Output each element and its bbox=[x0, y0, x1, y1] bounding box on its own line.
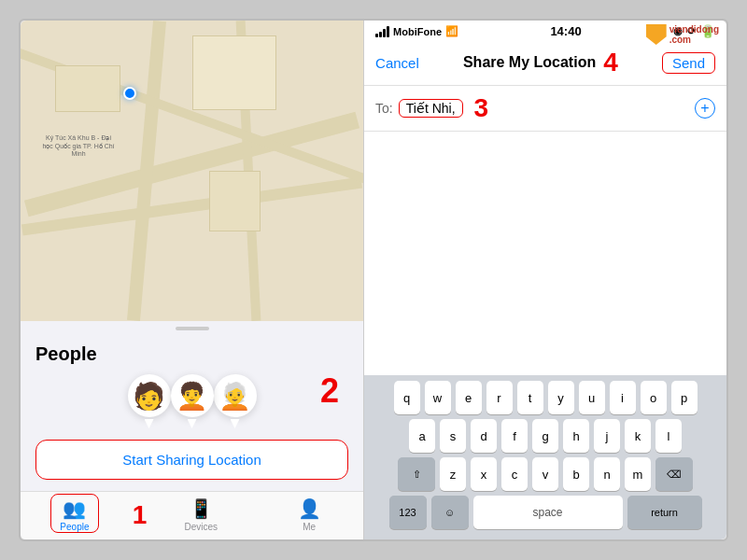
send-button[interactable]: Send bbox=[662, 52, 715, 74]
nav-bar: Cancel Share My Location 4 Send bbox=[364, 42, 726, 86]
key-x[interactable]: x bbox=[471, 457, 497, 491]
to-field: To: Tiết Nhi, 3 + bbox=[364, 86, 726, 132]
tab-devices[interactable]: 📱 Devices bbox=[147, 497, 255, 532]
key-c[interactable]: c bbox=[501, 457, 528, 491]
to-label: To: bbox=[375, 101, 393, 116]
map-label: Ký Túc Xá Khu B - Đại học Quốc gia TP. H… bbox=[41, 134, 116, 158]
key-shift[interactable]: ⇧ bbox=[398, 457, 435, 491]
key-y[interactable]: y bbox=[548, 381, 574, 414]
keyboard-row-3: ⇧ z x c v b n m ⌫ bbox=[366, 457, 725, 491]
key-space[interactable]: space bbox=[473, 496, 623, 529]
people-icon: 👥 bbox=[63, 497, 86, 520]
location-dot bbox=[123, 87, 136, 100]
carrier-name: MobiFone bbox=[393, 26, 442, 37]
signal-bar-3 bbox=[383, 29, 386, 37]
keyboard-row-2: a s d f g h j k l bbox=[366, 419, 725, 453]
clock: 14:40 bbox=[550, 24, 581, 38]
key-e[interactable]: e bbox=[456, 381, 482, 414]
key-o[interactable]: o bbox=[641, 381, 667, 414]
left-panel: Ký Túc Xá Khu B - Đại học Quốc gia TP. H… bbox=[21, 21, 364, 539]
keyboard-row-4: 123 ☺ space return bbox=[366, 496, 725, 529]
people-section: People 🧑 🧑‍🦱 🧑‍🦳 2 Start Sharing Locatio… bbox=[21, 336, 363, 491]
key-i[interactable]: i bbox=[610, 381, 636, 414]
drag-handle bbox=[176, 327, 209, 330]
tab-me[interactable]: 👤 Me bbox=[255, 497, 363, 532]
tab-bar: 👥 People 1 📱 Devices 👤 Me bbox=[21, 491, 363, 539]
signal-bar-4 bbox=[387, 26, 389, 37]
watermark: viendidong .com bbox=[646, 24, 719, 45]
key-delete[interactable]: ⌫ bbox=[655, 457, 693, 491]
key-n[interactable]: n bbox=[594, 457, 620, 491]
key-t[interactable]: t bbox=[517, 381, 543, 414]
key-a[interactable]: a bbox=[409, 419, 435, 453]
wifi-icon: 📶 bbox=[445, 25, 458, 37]
step4-label: 4 bbox=[603, 48, 618, 77]
avatar-1: 🧑 bbox=[128, 374, 171, 417]
key-p[interactable]: p bbox=[671, 381, 698, 414]
key-return[interactable]: return bbox=[627, 496, 702, 529]
right-panel: MobiFone 📶 14:40 ◉ ⟳ 🔋 Cancel Share My L… bbox=[364, 21, 726, 539]
key-r[interactable]: r bbox=[486, 381, 513, 414]
people-title: People bbox=[35, 343, 348, 365]
tab-people-label: People bbox=[60, 522, 89, 532]
key-d[interactable]: d bbox=[471, 419, 497, 453]
avatar-bubble-2: 🧑‍🦱 bbox=[168, 374, 217, 428]
key-j[interactable]: j bbox=[594, 419, 620, 453]
tab-devices-label: Devices bbox=[185, 522, 218, 532]
status-left: MobiFone 📶 bbox=[375, 25, 458, 37]
avatar-3: 🧑‍🦳 bbox=[214, 374, 257, 417]
map-block bbox=[55, 65, 120, 112]
start-sharing-button[interactable]: Start Sharing Location bbox=[35, 440, 348, 480]
nav-title: Share My Location bbox=[463, 54, 596, 71]
map-road bbox=[21, 177, 362, 236]
watermark-text: viendidong .com bbox=[669, 24, 719, 45]
tab-me-label: Me bbox=[303, 522, 316, 532]
key-emoji[interactable]: ☺ bbox=[431, 496, 469, 529]
devices-icon: 📱 bbox=[190, 497, 213, 520]
message-body bbox=[364, 132, 726, 375]
add-recipient-button[interactable]: + bbox=[695, 98, 715, 119]
recipient-chip[interactable]: Tiết Nhi, bbox=[399, 99, 463, 118]
key-l[interactable]: l bbox=[655, 419, 682, 453]
avatar-bubble-1: 🧑 bbox=[125, 374, 174, 428]
avatars-row: 🧑 🧑‍🦱 🧑‍🦳 2 bbox=[35, 374, 348, 428]
nav-title-wrap: Share My Location 4 bbox=[463, 48, 618, 77]
step1-label: 1 bbox=[133, 500, 148, 530]
key-q[interactable]: q bbox=[394, 381, 420, 414]
tab-people[interactable]: 👥 People bbox=[21, 497, 129, 532]
key-b[interactable]: b bbox=[563, 457, 589, 491]
key-w[interactable]: w bbox=[425, 381, 451, 414]
watermark-logo bbox=[646, 24, 667, 45]
key-g[interactable]: g bbox=[532, 419, 558, 453]
signal-bars bbox=[375, 26, 389, 37]
key-numbers[interactable]: 123 bbox=[389, 496, 427, 529]
step3-label: 3 bbox=[474, 93, 489, 123]
keyboard-row-1: q w e r t y u i o p bbox=[366, 381, 725, 414]
signal-bar-2 bbox=[379, 32, 382, 37]
keyboard: q w e r t y u i o p a s d f g h j k l bbox=[364, 375, 726, 539]
key-f[interactable]: f bbox=[501, 419, 528, 453]
map-block bbox=[209, 171, 261, 231]
avatar-bubble-3: 🧑‍🦳 bbox=[211, 374, 260, 428]
signal-bar-1 bbox=[375, 34, 378, 37]
cancel-button[interactable]: Cancel bbox=[375, 55, 419, 71]
map-block bbox=[192, 35, 276, 110]
key-z[interactable]: z bbox=[440, 457, 466, 491]
map-area: Ký Túc Xá Khu B - Đại học Quốc gia TP. H… bbox=[21, 21, 363, 321]
key-v[interactable]: v bbox=[532, 457, 558, 491]
key-u[interactable]: u bbox=[579, 381, 605, 414]
key-s[interactable]: s bbox=[440, 419, 466, 453]
step2-label: 2 bbox=[320, 374, 339, 408]
key-h[interactable]: h bbox=[563, 419, 589, 453]
key-k[interactable]: k bbox=[625, 419, 651, 453]
outer-frame: viendidong .com Ký Túc Xá Khu B - Đại họ… bbox=[19, 19, 728, 541]
key-m[interactable]: m bbox=[625, 457, 651, 491]
me-icon: 👤 bbox=[298, 497, 321, 520]
avatar-2: 🧑‍🦱 bbox=[171, 374, 214, 417]
